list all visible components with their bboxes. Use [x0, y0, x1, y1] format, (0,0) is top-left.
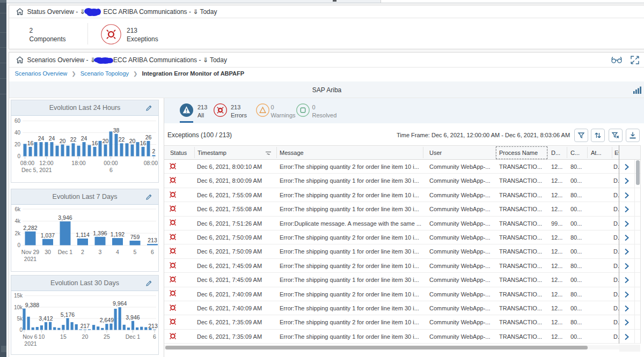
- svg-text:9,964: 9,964: [113, 300, 127, 307]
- svg-text:08:00: 08:00: [144, 160, 158, 166]
- svg-text:08:00: 08:00: [20, 160, 34, 166]
- svg-text:10: 10: [39, 333, 45, 340]
- svg-text:24: 24: [81, 135, 87, 142]
- svg-text:25: 25: [104, 333, 110, 340]
- svg-text:213: 213: [148, 323, 158, 329]
- svg-text:3: 3: [99, 249, 102, 255]
- svg-text:1,396: 1,396: [93, 230, 107, 236]
- svg-text:15: 15: [60, 333, 67, 340]
- svg-text:20: 20: [60, 138, 66, 144]
- svg-text:2: 2: [81, 249, 84, 255]
- svg-text:20: 20: [82, 333, 89, 340]
- svg-text:2,282: 2,282: [23, 225, 37, 231]
- svg-text:4: 4: [116, 249, 119, 255]
- svg-text:38: 38: [113, 127, 120, 133]
- svg-text:3,946: 3,946: [58, 214, 72, 221]
- svg-text:6: 6: [151, 249, 154, 255]
- svg-text:0: 0: [19, 327, 23, 333]
- svg-text:5k: 5k: [17, 316, 23, 322]
- svg-text:0: 0: [17, 242, 20, 248]
- svg-text:18:00: 18:00: [71, 160, 85, 166]
- svg-text:26: 26: [145, 134, 152, 140]
- svg-text:5: 5: [134, 249, 137, 255]
- svg-text:60: 60: [14, 118, 21, 124]
- svg-text:22: 22: [119, 136, 125, 143]
- svg-text:Nov 29: Nov 29: [21, 249, 39, 255]
- svg-text:22: 22: [70, 136, 77, 143]
- svg-text:2,649: 2,649: [100, 317, 114, 323]
- svg-text:1,114: 1,114: [76, 232, 90, 238]
- svg-text:Dec 1: Dec 1: [58, 249, 73, 255]
- svg-text:5,176: 5,176: [61, 311, 75, 318]
- svg-text:2021: 2021: [24, 256, 37, 262]
- svg-text:759: 759: [130, 234, 140, 240]
- svg-text:2: 2: [152, 148, 156, 154]
- svg-text:6k: 6k: [14, 206, 21, 212]
- svg-text:30: 30: [45, 249, 51, 255]
- svg-text:2k: 2k: [14, 230, 21, 236]
- svg-text:9,388: 9,388: [25, 302, 39, 308]
- svg-text:12:00: 12:00: [39, 160, 53, 166]
- svg-text:20: 20: [129, 138, 136, 144]
- svg-text:24: 24: [38, 135, 45, 142]
- svg-text:40: 40: [14, 130, 21, 136]
- svg-text:2021: 2021: [24, 340, 37, 347]
- svg-text:00:00: 00:00: [104, 160, 118, 166]
- svg-text:16: 16: [92, 140, 98, 146]
- svg-text:3,946: 3,946: [126, 314, 140, 321]
- svg-text:6: 6: [153, 333, 156, 340]
- svg-text:0: 0: [17, 153, 20, 159]
- svg-text:Nov 6: Nov 6: [23, 333, 38, 340]
- svg-text:24: 24: [49, 135, 55, 142]
- svg-text:16: 16: [140, 140, 147, 146]
- svg-text:217: 217: [80, 323, 90, 329]
- svg-text:10k: 10k: [14, 304, 23, 310]
- svg-text:Dec 1: Dec 1: [126, 333, 141, 340]
- svg-text:4k: 4k: [14, 218, 21, 224]
- svg-text:6: 6: [109, 167, 113, 173]
- svg-text:213: 213: [148, 237, 157, 243]
- svg-text:3,412: 3,412: [39, 315, 53, 322]
- svg-text:15k: 15k: [14, 293, 23, 299]
- svg-text:1,037: 1,037: [41, 232, 55, 239]
- svg-text:Dec 5, 2021: Dec 5, 2021: [21, 167, 52, 173]
- svg-text:1,192: 1,192: [111, 231, 125, 237]
- svg-text:16: 16: [27, 140, 34, 146]
- svg-text:20: 20: [14, 142, 21, 147]
- svg-text:20: 20: [103, 138, 109, 144]
